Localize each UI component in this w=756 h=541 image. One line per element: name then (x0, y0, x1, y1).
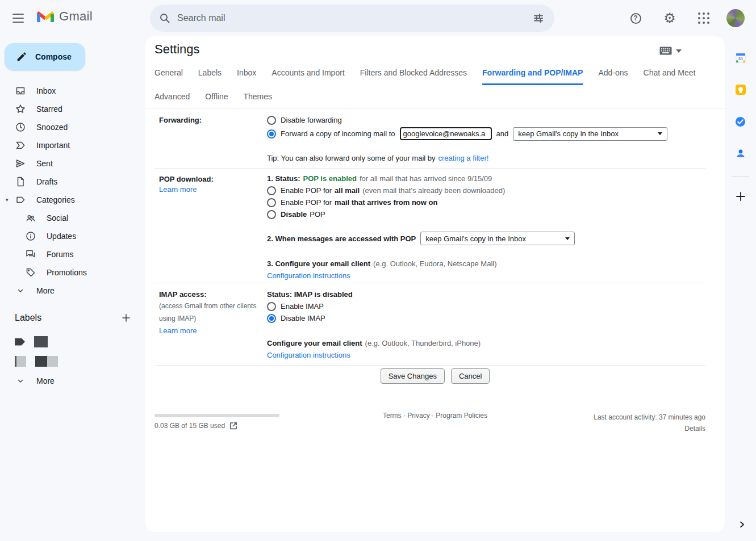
star-icon (15, 103, 26, 115)
radio-enable-imap[interactable] (267, 302, 276, 311)
sidebar-item-label: Starred (36, 104, 62, 114)
pop-configuration-instructions-link[interactable]: Configuration instructions (267, 271, 350, 280)
pop-status-value: POP is enabled (303, 174, 357, 183)
tasks-panel-button[interactable] (729, 110, 752, 133)
contacts-icon (736, 148, 746, 158)
radio-forward-copy[interactable] (267, 129, 276, 139)
sidebar-item-important[interactable]: Important (0, 136, 141, 154)
radio-enable-pop-all-mail[interactable] (267, 186, 276, 195)
divider (154, 283, 705, 283)
imap-section-sublabel: (access Gmail from other clients using I… (159, 300, 262, 325)
labels-title: Labels (15, 313, 41, 323)
divider (732, 176, 749, 177)
search-bar[interactable] (150, 5, 554, 32)
get-add-ons-button[interactable] (729, 185, 752, 208)
search-options-button[interactable] (527, 7, 550, 30)
radio-disable-pop[interactable] (267, 210, 276, 219)
compose-button[interactable]: Compose (5, 43, 85, 70)
radio-enable-pop-from-now-on[interactable] (267, 198, 276, 207)
side-panel: 31 (725, 36, 756, 541)
label-row-redacted[interactable] (15, 336, 48, 347)
main-menu-icon[interactable] (12, 14, 24, 23)
last-activity-text: Last account activity: 37 minutes ago (594, 413, 705, 421)
keep-panel-button[interactable] (729, 78, 752, 101)
imap-configuration-instructions-link[interactable]: Configuration instructions (267, 351, 350, 359)
collapse-arrow-icon[interactable]: ▾ (6, 197, 9, 203)
chevron-down-icon (15, 375, 26, 387)
imap-status: Status: IMAP is disabled (267, 290, 353, 299)
sidebar-item-drafts[interactable]: Drafts (0, 173, 141, 191)
sidebar-item-categories[interactable]: ▾ Categories (0, 191, 141, 209)
contacts-panel-button[interactable] (729, 142, 752, 165)
radio-disable-imap[interactable] (267, 314, 276, 323)
sidebar-item-label: Snoozed (36, 123, 68, 132)
terms-link[interactable]: Terms (383, 412, 402, 420)
forward-address-select[interactable]: googlevoice@newoaks.a (400, 127, 492, 140)
sidebar-labels-more[interactable]: More (0, 372, 141, 390)
page-title: Settings (154, 42, 200, 57)
tune-icon (533, 12, 544, 24)
google-apps-button[interactable] (692, 7, 715, 30)
program-policies-link[interactable]: Program Policies (436, 412, 487, 420)
chevron-right-icon (738, 521, 745, 528)
pop-learn-more-link[interactable]: Learn more (159, 185, 197, 194)
apps-grid-icon (698, 12, 709, 24)
pop-step3-rest: (e.g. Outlook, Eudora, Netscape Mail) (373, 259, 497, 268)
activity-details-link[interactable]: Details (684, 425, 705, 433)
top-bar: Gmail ? ⚙ (0, 0, 756, 36)
sidebar-item-forums[interactable]: Forums (0, 245, 141, 263)
tab-filters-and-blocked-addresses[interactable]: Filters and Blocked Addresses (360, 68, 467, 85)
calendar-panel-button[interactable]: 31 (729, 47, 752, 69)
hide-side-panel-button[interactable] (735, 518, 749, 531)
input-tools-button[interactable] (659, 47, 682, 55)
open-in-new-icon[interactable] (229, 422, 237, 430)
add-label-icon[interactable] (120, 312, 132, 324)
option-label: Disable IMAP (281, 314, 325, 322)
tab-forwarding-and-pop-imap[interactable]: Forwarding and POP/IMAP (482, 68, 583, 85)
pop-action-select[interactable]: keep Gmail's copy in the Inbox (420, 232, 575, 245)
tab-chat-and-meet[interactable]: Chat and Meet (644, 68, 696, 85)
sidebar-item-label: Sent (36, 159, 53, 168)
tab-labels[interactable]: Labels (198, 68, 222, 85)
app-name: Gmail (59, 9, 93, 24)
radio-disable-forwarding[interactable] (267, 116, 276, 125)
svg-text:31: 31 (738, 56, 743, 61)
cancel-button[interactable]: Cancel (451, 368, 490, 384)
sidebar-item-label: Inbox (36, 86, 56, 95)
tab-advanced[interactable]: Advanced (154, 92, 190, 107)
forum-icon (25, 249, 36, 260)
redacted-label-name (47, 356, 58, 367)
sidebar-item-snoozed[interactable]: Snoozed (0, 118, 141, 136)
sidebar-item-sent[interactable]: Sent (0, 154, 141, 173)
imap-learn-more-link[interactable]: Learn more (159, 326, 197, 335)
sidebar-item-more[interactable]: More (0, 282, 141, 300)
tab-themes[interactable]: Themes (244, 92, 273, 107)
sidebar-item-social[interactable]: Social (0, 209, 141, 227)
creating-a-filter-link[interactable]: creating a filter! (438, 154, 489, 162)
sidebar-item-inbox[interactable]: Inbox (0, 82, 141, 100)
option-label: Forward a copy of incoming mail to (281, 129, 395, 138)
settings-button[interactable]: ⚙ (658, 7, 681, 30)
footer-separator: · (432, 412, 434, 420)
gmail-logo: Gmail (36, 9, 93, 24)
settings-tabs-row2: Advanced Offline Themes (154, 92, 272, 107)
privacy-link[interactable]: Privacy (407, 412, 429, 420)
tab-add-ons[interactable]: Add-ons (598, 68, 628, 85)
sidebar-item-updates[interactable]: Updates (0, 227, 141, 245)
save-changes-button[interactable]: Save Changes (381, 368, 445, 384)
search-input[interactable] (177, 13, 527, 23)
sidebar-item-promotions[interactable]: Promotions (0, 263, 141, 282)
account-avatar[interactable] (726, 9, 745, 27)
forward-action-select[interactable]: keep Gmail's copy in the Inbox (513, 127, 667, 141)
forwarding-tip: Tip: You can also forward only some of y… (267, 154, 436, 162)
tab-general[interactable]: General (154, 68, 183, 85)
tab-offline[interactable]: Offline (205, 92, 228, 107)
chevron-down-icon (676, 49, 682, 53)
tab-inbox[interactable]: Inbox (237, 68, 256, 85)
tab-accounts-and-import[interactable]: Accounts and Import (272, 68, 344, 85)
label-row-redacted[interactable] (15, 356, 58, 367)
divider (145, 108, 725, 108)
help-button[interactable]: ? (624, 7, 647, 30)
inbox-icon (15, 85, 26, 97)
sidebar-item-starred[interactable]: Starred (0, 100, 141, 118)
